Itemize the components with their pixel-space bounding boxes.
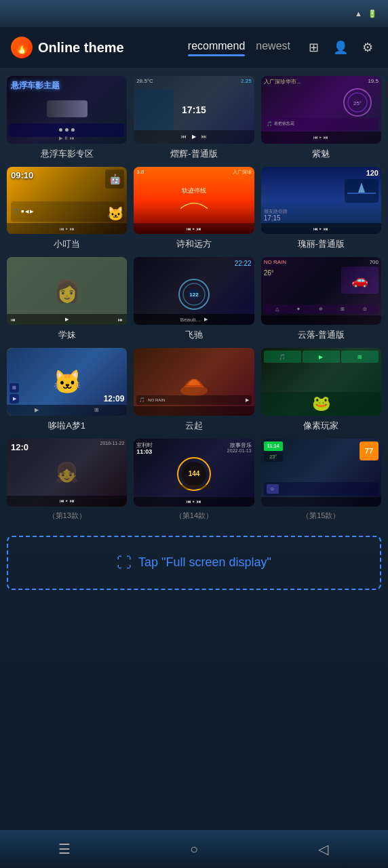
theme-thumb-7: 👩 ⏮ ▶ ⏭ — [7, 257, 127, 325]
header-icons: ⊞ 👤 ⚙ — [304, 38, 377, 57]
theme-thumb-6: 120 17:15 朋友路你路 ⏮ ▶ ⏭ — [261, 167, 381, 235]
page-title: Online theme — [38, 40, 124, 56]
theme-item-8[interactable]: 122 22:22 Beauti... ▶ 飞驰 — [134, 257, 254, 341]
nav-menu-button[interactable]: ☰ — [44, 835, 85, 863]
svg-rect-4 — [347, 193, 376, 194]
theme-label-11: 云起 — [185, 420, 203, 432]
theme-thumb-1: 悬浮车影主题 ▶ ⏸ ⏭ — [7, 76, 127, 144]
fullscreen-banner[interactable]: ⛶ Tap "Full screen display" — [7, 536, 381, 590]
theme-label-5: 诗和远方 — [176, 238, 212, 250]
theme-label-12: 像素玩家 — [303, 420, 338, 432]
bottom-nav: ☰ ○ ◁ — [0, 830, 388, 868]
theme-thumb-14: 144 室利时 故事音乐 11:03 2022-01-13 ⏮ ▶ ⏭ — [134, 439, 254, 507]
fullscreen-icon: ⛶ — [117, 554, 132, 572]
theme-item-1[interactable]: 悬浮车影主题 ▶ ⏸ ⏭ 悬浮车影专区 — [7, 76, 127, 160]
svg-rect-14 — [177, 485, 211, 489]
battery-icon: 🔋 — [368, 9, 377, 18]
theme-label-14: （第14款） — [175, 511, 213, 521]
grid-icon[interactable]: ⊞ — [304, 38, 323, 57]
theme-label-3: 紫魅 — [312, 148, 330, 160]
tab-newest[interactable]: newest — [256, 40, 290, 55]
theme-item-13[interactable]: 👧 12:0 2016-11-22 ⏮ ▶ ⏭ （第13款） — [7, 439, 127, 521]
theme-item-11[interactable]: 🎵 NO RAIN ▶ 云起 — [134, 348, 254, 432]
user-icon[interactable]: 👤 — [331, 38, 350, 57]
theme-thumb-12: 🎵 ▶ ⊞ 🐸 — [261, 348, 381, 416]
theme-item-6[interactable]: 120 17:15 朋友路你路 ⏮ ▶ ⏭ 瑰丽-普通版 — [261, 167, 381, 251]
nav-back-button[interactable]: ◁ — [303, 835, 344, 863]
theme-item-14[interactable]: 144 室利时 故事音乐 11:03 2022-01-13 ⏮ ▶ ⏭ （第14… — [134, 439, 254, 521]
settings-icon[interactable]: ⚙ — [358, 38, 377, 57]
theme-item-12[interactable]: 🎵 ▶ ⊞ 🐸 像素玩家 — [261, 348, 381, 432]
theme-thumb-5: 3.8 入广深珍 轨迹停线 ⏮ ▶ ⏭ — [134, 167, 254, 235]
theme-thumb-2: 28.5°C 2.25 17:15 ⏮ ▶ ⏭ — [134, 76, 254, 144]
theme-label-9: 云落-普通版 — [298, 329, 345, 341]
nav-tabs: recommend newest — [188, 40, 290, 55]
svg-text:25°: 25° — [353, 100, 362, 106]
theme-thumb-8: 122 22:22 Beauti... ▶ — [134, 257, 254, 325]
theme-thumb-4: 09:10 🤖 🎵 ■ ◀ ▶ ⏮ ▶ ⏭ 🐱 — [7, 167, 127, 235]
theme-item-9[interactable]: NO RAIN 700 26° 🚗 △ ✦ ❊ ⊞ ⊙ 云落-普通版 — [261, 257, 381, 341]
theme-label-1: 悬浮车影专区 — [41, 148, 94, 160]
fullscreen-label: Tap "Full screen display" — [138, 555, 271, 570]
theme-thumb-11: 🎵 NO RAIN ▶ — [134, 348, 254, 416]
svg-text:144: 144 — [189, 470, 200, 477]
theme-label-4: 小叮当 — [54, 238, 80, 250]
theme-label-15: （第15款） — [302, 511, 340, 521]
nav-home-button[interactable]: ○ — [174, 835, 214, 863]
theme-item-10[interactable]: 🐱 12:09 ▶ ⊞ ⊞ ▶ 哆啦A梦1 — [7, 348, 127, 432]
wifi-icon: ▲ — [355, 9, 362, 18]
theme-thumb-3: 19.5 入广深珍华市... 25° 🎵 若把你忘花 ⏮ ▶ ⏭ — [261, 76, 381, 144]
app-logo: 🔥 — [11, 37, 33, 58]
theme-label-2: 熠辉-普通版 — [170, 148, 217, 160]
theme-label-13: （第13款） — [48, 511, 86, 521]
theme-thumb-15: 11:14 23° 77 ⊙ — [261, 439, 381, 507]
theme-item-15[interactable]: 11:14 23° 77 ⊙ （第15款） — [261, 439, 381, 521]
themes-grid: 悬浮车影主题 ▶ ⏸ ⏭ 悬浮车影专区 28.5°C 2.25 17:15 — [0, 68, 388, 529]
tab-recommend[interactable]: recommend — [188, 40, 245, 55]
theme-thumb-9: NO RAIN 700 26° 🚗 △ ✦ ❊ ⊞ ⊙ — [261, 257, 381, 325]
theme-item-5[interactable]: 3.8 入广深珍 轨迹停线 ⏮ ▶ ⏭ 诗和远方 — [134, 167, 254, 251]
svg-text:122: 122 — [189, 292, 199, 298]
theme-item-7[interactable]: 👩 ⏮ ▶ ⏭ 学妹 — [7, 257, 127, 341]
theme-item-2[interactable]: 28.5°C 2.25 17:15 ⏮ ▶ ⏭ 熠辉-普通版 — [134, 76, 254, 160]
theme-thumb-10: 🐱 12:09 ▶ ⊞ ⊞ ▶ — [7, 348, 127, 416]
theme-label-10: 哆啦A梦1 — [48, 420, 85, 432]
theme-label-6: 瑰丽-普通版 — [298, 238, 345, 250]
header: 🔥 Online theme recommend newest ⊞ 👤 ⚙ — [0, 27, 388, 68]
theme-item-3[interactable]: 19.5 入广深珍华市... 25° 🎵 若把你忘花 ⏮ ▶ ⏭ — [261, 76, 381, 160]
status-icons: ▲ 🔋 — [355, 9, 377, 18]
theme-label-7: 学妹 — [58, 329, 76, 341]
theme-item-4[interactable]: 09:10 🤖 🎵 ■ ◀ ▶ ⏮ ▶ ⏭ 🐱 小叮当 — [7, 167, 127, 251]
status-bar: ▲ 🔋 — [0, 0, 388, 27]
theme-thumb-13: 👧 12:0 2016-11-22 ⏮ ▶ ⏭ — [7, 439, 127, 507]
theme-label-8: 飞驰 — [185, 329, 203, 341]
